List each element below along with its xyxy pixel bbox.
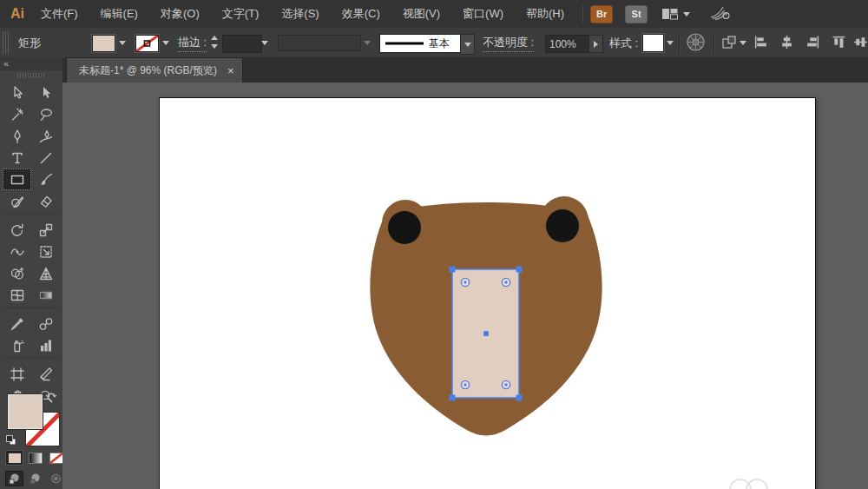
perspective-grid-tool[interactable] (31, 262, 60, 284)
stroke-preview-icon (385, 40, 424, 47)
stroke-panel-label[interactable]: 描边 : (178, 35, 207, 52)
bridge-button[interactable]: Br (590, 5, 613, 23)
stroke-weight-chevron-icon[interactable] (261, 41, 268, 45)
opacity-menu-button[interactable] (589, 35, 603, 53)
style-chevron-icon[interactable] (667, 41, 674, 45)
rotate-tool[interactable] (3, 219, 31, 241)
column-graph-tool[interactable] (31, 334, 60, 356)
selection-handle[interactable] (450, 267, 456, 273)
app-logo: Ai (10, 6, 24, 22)
menu-view[interactable]: 视图(V) (391, 0, 451, 28)
recolor-artwork-button[interactable] (686, 32, 706, 56)
color-mode-button[interactable] (5, 450, 23, 466)
menu-window[interactable]: 窗口(W) (451, 0, 515, 28)
align-top-icon (832, 35, 846, 50)
stock-button[interactable]: St (625, 5, 648, 23)
eraser-tool[interactable] (31, 190, 60, 212)
align-v-center-icon (853, 35, 868, 50)
panel-grip[interactable] (3, 31, 9, 54)
style-swatch[interactable] (642, 34, 664, 52)
panel-grip[interactable] (17, 73, 45, 78)
brush-chevron-icon (364, 41, 371, 45)
fill-color-swatch[interactable] (92, 35, 115, 52)
workspace-switcher[interactable] (661, 7, 690, 21)
rectangle-tool[interactable] (3, 169, 31, 190)
free-transform-tool[interactable] (31, 241, 60, 262)
draw-behind-button[interactable] (26, 471, 44, 486)
menu-file[interactable]: 文件(F) (30, 0, 89, 28)
default-fill-stroke-button[interactable] (5, 434, 17, 450)
eyedropper-tool[interactable] (3, 313, 31, 334)
stroke-weight-down-icon[interactable] (211, 44, 218, 49)
stroke-style-select[interactable]: 基本 (379, 34, 461, 53)
stroke-style-chevron-button[interactable] (460, 34, 475, 55)
artboard-tool[interactable] (3, 363, 31, 385)
canvas-area[interactable] (62, 83, 868, 489)
blend-tool[interactable] (31, 313, 60, 334)
column-graph-icon (38, 338, 54, 354)
mesh-tool[interactable] (3, 284, 31, 306)
panel-collapse-button[interactable]: « (0, 57, 62, 70)
center-point-handle[interactable] (483, 331, 489, 336)
menu-object[interactable]: 对象(O) (149, 0, 211, 28)
bear-artwork[interactable] (347, 182, 625, 443)
opacity-input[interactable] (545, 35, 590, 53)
scale-icon (38, 222, 54, 238)
stroke-weight-input[interactable] (222, 35, 262, 53)
stroke-weight-up-icon[interactable] (211, 36, 218, 40)
stroke-color-swatch[interactable] (135, 35, 159, 52)
width-tool[interactable] (3, 241, 31, 262)
menu-help[interactable]: 帮助(H) (515, 0, 575, 28)
paintbrush-tool[interactable] (31, 169, 60, 190)
selection-handle[interactable] (516, 395, 523, 401)
shaper-tool[interactable] (3, 190, 31, 212)
close-tab-icon[interactable]: × (227, 64, 234, 77)
mesh-icon (10, 287, 25, 303)
symbol-sprayer-tool[interactable] (3, 334, 31, 356)
brush-definition-select[interactable] (278, 35, 361, 51)
bear-left-inner-ear[interactable] (388, 211, 421, 244)
cs-live-button[interactable] (709, 3, 730, 24)
align-right-button[interactable] (806, 35, 820, 53)
illustrator-window: Ai 文件(F) 编辑(E) 对象(O) 文字(T) 选择(S) 效果(C) 视… (0, 0, 868, 489)
menu-edit[interactable]: 编辑(E) (89, 0, 149, 28)
selection-handle[interactable] (516, 267, 523, 273)
gradient-mode-button[interactable] (26, 450, 44, 466)
bear-right-inner-ear[interactable] (546, 209, 579, 242)
line-segment-tool[interactable] (31, 147, 60, 169)
stroke-chevron-down-icon[interactable] (162, 41, 169, 45)
scale-tool[interactable] (31, 219, 60, 241)
selection-tool[interactable] (3, 82, 31, 103)
selection-handle[interactable] (450, 395, 456, 401)
type-tool[interactable] (3, 147, 31, 169)
direct-selection-tool[interactable] (31, 82, 60, 103)
fill-chevron-down-icon[interactable] (119, 41, 126, 45)
align-top-button[interactable] (832, 35, 846, 53)
gradient-tool[interactable] (31, 284, 60, 306)
align-h-center-button[interactable] (779, 35, 794, 53)
draw-inside-icon (49, 472, 62, 485)
draw-normal-button[interactable] (5, 471, 23, 486)
curvature-tool[interactable] (31, 125, 60, 147)
document-title: 未标题-1* @ 96% (RGB/预览) (79, 63, 217, 78)
fill-proxy-swatch[interactable] (8, 394, 43, 429)
shape-builder-tool[interactable] (3, 262, 31, 284)
lasso-tool[interactable] (31, 103, 60, 125)
document-tab[interactable]: 未标题-1* @ 96% (RGB/预览) × (66, 57, 243, 83)
slice-tool[interactable] (31, 363, 60, 385)
menu-type[interactable]: 文字(T) (211, 0, 271, 28)
separator (713, 33, 715, 52)
pen-tool[interactable] (3, 125, 31, 147)
swap-fill-stroke-button[interactable] (45, 389, 59, 405)
style-panel-label: 样式 : (609, 36, 638, 51)
pen-icon (10, 129, 25, 144)
menu-select[interactable]: 选择(S) (270, 0, 330, 28)
color-swatch-icon (9, 453, 21, 463)
align-left-button[interactable] (753, 35, 768, 53)
menu-effect[interactable]: 效果(C) (331, 0, 391, 28)
opacity-panel-label[interactable]: 不透明度 : (483, 35, 534, 52)
chevron-down-icon (464, 43, 471, 47)
align-to-selector[interactable] (721, 35, 746, 50)
align-v-center-button[interactable] (853, 35, 868, 53)
magic-wand-tool[interactable] (3, 103, 31, 125)
